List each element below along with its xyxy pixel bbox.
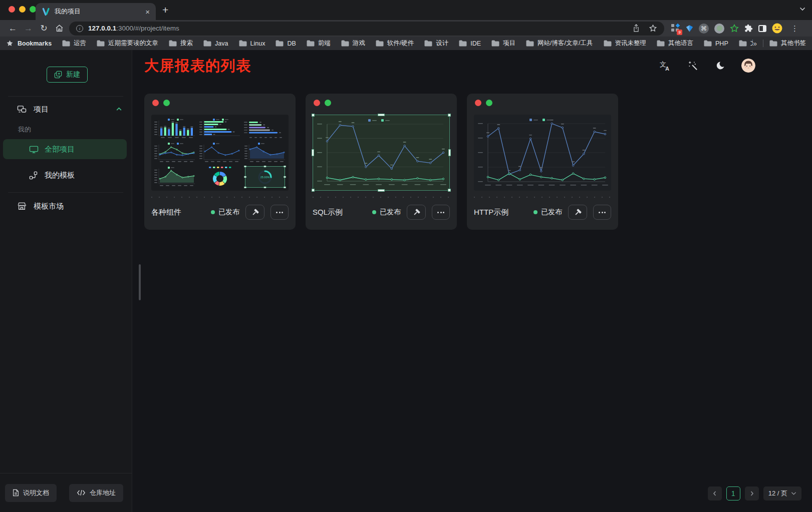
bookmark-folder[interactable]: 其他语言	[657, 39, 693, 48]
screens-icon	[17, 105, 27, 114]
profile-emoji-icon[interactable]	[772, 23, 782, 34]
prev-page-button[interactable]	[708, 486, 722, 500]
page-size-select[interactable]: 12 / 页	[763, 486, 801, 500]
other-bookmarks-folder[interactable]: 其他书签	[769, 39, 806, 48]
resize-handle[interactable]	[378, 189, 385, 192]
scrollbar-thumb[interactable]	[139, 264, 141, 300]
resize-handle[interactable]	[312, 149, 314, 156]
bookmark-folder[interactable]: 文件服务器	[739, 39, 753, 48]
status-dot-icon	[211, 210, 215, 214]
more-button[interactable]	[270, 205, 289, 220]
next-page-button[interactable]	[745, 486, 759, 500]
bookmark-star-icon[interactable]	[649, 24, 657, 33]
bookmark-folder[interactable]: 资讯未整理	[604, 39, 647, 48]
bookmark-folder[interactable]: 项目	[491, 39, 515, 48]
chrome-menu-icon[interactable]: ⋮	[787, 22, 802, 35]
sidebar-group-mine: 我的	[18, 125, 31, 134]
resize-handle[interactable]	[312, 114, 315, 117]
svg-text:A: A	[665, 66, 669, 71]
home-icon[interactable]	[52, 22, 67, 35]
project-card[interactable]: SQL示例 已发布	[306, 94, 457, 230]
side-panel-icon[interactable]	[758, 25, 766, 32]
back-icon[interactable]: ←	[5, 22, 21, 35]
new-project-button[interactable]: 新建	[47, 67, 88, 83]
chevron-up-icon[interactable]	[116, 106, 122, 113]
folder-icon	[341, 40, 349, 47]
sidebar-item-all-projects[interactable]: 全部项目	[3, 139, 127, 159]
bookmark-folder[interactable]: Linux	[239, 40, 265, 47]
bookmarks-overflow-chevron[interactable]: »	[753, 40, 757, 48]
more-button[interactable]	[432, 205, 450, 220]
bookmark-folder[interactable]: 软件/硬件	[376, 39, 414, 48]
bookmark-folder[interactable]: 近期需要读的文章	[97, 39, 158, 48]
tab-search-icon[interactable]	[799, 7, 805, 11]
forward-icon[interactable]: →	[21, 22, 36, 35]
resize-handle[interactable]	[378, 114, 385, 116]
project-preview[interactable]: 25.00%	[151, 115, 289, 191]
project-preview[interactable]	[474, 115, 611, 191]
document-icon	[13, 489, 19, 496]
language-icon[interactable]: 文A	[659, 59, 672, 72]
repo-button[interactable]: 仓库地址	[69, 484, 123, 502]
bookmark-folder[interactable]: 网站/博客/文章/工具	[526, 39, 593, 48]
project-card[interactable]: 25.00% 各种组件 已发布	[144, 94, 296, 230]
sidebar-item-my-templates[interactable]: 我的模板	[29, 167, 75, 183]
edit-button[interactable]	[407, 205, 426, 220]
resize-handle[interactable]	[312, 189, 315, 192]
command-extension-icon[interactable]: ⌘	[699, 24, 709, 34]
extensions-puzzle-icon[interactable]	[744, 24, 753, 33]
docs-button[interactable]: 说明文档	[5, 484, 57, 502]
bookmark-folder[interactable]: 搜索	[169, 39, 193, 48]
site-info-icon[interactable]: i	[76, 25, 83, 32]
project-preview-selected[interactable]	[313, 115, 450, 191]
chevron-down-icon	[791, 491, 796, 495]
sidebar-item-template-market[interactable]: 模板市场	[17, 198, 64, 214]
address-bar[interactable]: i 127.0.0.1:3000/#/project/items	[69, 22, 664, 36]
edit-button[interactable]	[245, 205, 264, 220]
resize-handle[interactable]	[448, 189, 451, 192]
folder-icon	[97, 40, 105, 47]
edit-button[interactable]	[568, 205, 587, 220]
browser-tab[interactable]: 我的项目 ×	[36, 3, 156, 20]
minimize-window-button[interactable]	[19, 6, 26, 13]
extension-grid-icon[interactable]: 9	[671, 24, 680, 33]
project-card[interactable]: HTTP示例 已发布	[467, 94, 618, 230]
resize-handle[interactable]	[448, 149, 451, 156]
sidebar-footer: 说明文档 仓库地址	[0, 473, 132, 512]
goview-app: 新建 项目 我的 全部项目 我的模板 模板市场 说明文档	[0, 50, 812, 512]
browser-toolbar: ← → ↻ i 127.0.0.1:3000/#/project/items 9…	[0, 20, 812, 37]
chevron-left-icon	[712, 490, 718, 496]
resize-handle[interactable]	[448, 114, 451, 117]
svg-text:25.00%: 25.00%	[260, 176, 270, 179]
vue-devtools-icon[interactable]	[686, 25, 693, 33]
bookmark-folder[interactable]: 运营	[62, 39, 86, 48]
magic-wand-icon[interactable]	[686, 59, 699, 72]
recorder-extension-icon[interactable]	[714, 24, 724, 34]
more-button[interactable]	[593, 205, 611, 220]
bookmark-folder[interactable]: IDE	[459, 40, 481, 47]
folder-icon	[276, 40, 284, 47]
bookmarks-label[interactable]: Bookmarks	[18, 40, 52, 47]
new-tab-button[interactable]: +	[162, 4, 168, 16]
bookmark-folder[interactable]: 前端	[307, 39, 331, 48]
user-avatar[interactable]	[741, 59, 755, 73]
bookmark-folder[interactable]: DB	[276, 40, 296, 47]
bookmark-folder[interactable]: 游戏	[341, 39, 365, 48]
close-window-button[interactable]	[9, 6, 15, 13]
pinia-star-icon[interactable]	[730, 24, 739, 33]
current-page-button[interactable]: 1	[726, 486, 740, 500]
tab-close-icon[interactable]: ×	[145, 8, 150, 16]
share-icon[interactable]	[633, 24, 640, 33]
bookmarks-star-icon[interactable]	[6, 40, 14, 47]
bookmark-folder[interactable]: 设计	[424, 39, 448, 48]
bookmarks-divider	[763, 40, 763, 47]
tab-title: 我的项目	[55, 7, 141, 16]
sidebar-section-project[interactable]: 项目	[17, 101, 49, 117]
dark-mode-moon-icon[interactable]	[714, 59, 727, 72]
bookmark-folder[interactable]: Java	[203, 40, 228, 47]
bookmark-folder[interactable]: PHP	[704, 40, 728, 47]
folder-icon	[203, 40, 211, 47]
reload-icon[interactable]: ↻	[36, 22, 52, 35]
folder-icon	[376, 40, 384, 47]
card-footer: SQL示例 已发布	[313, 198, 450, 227]
